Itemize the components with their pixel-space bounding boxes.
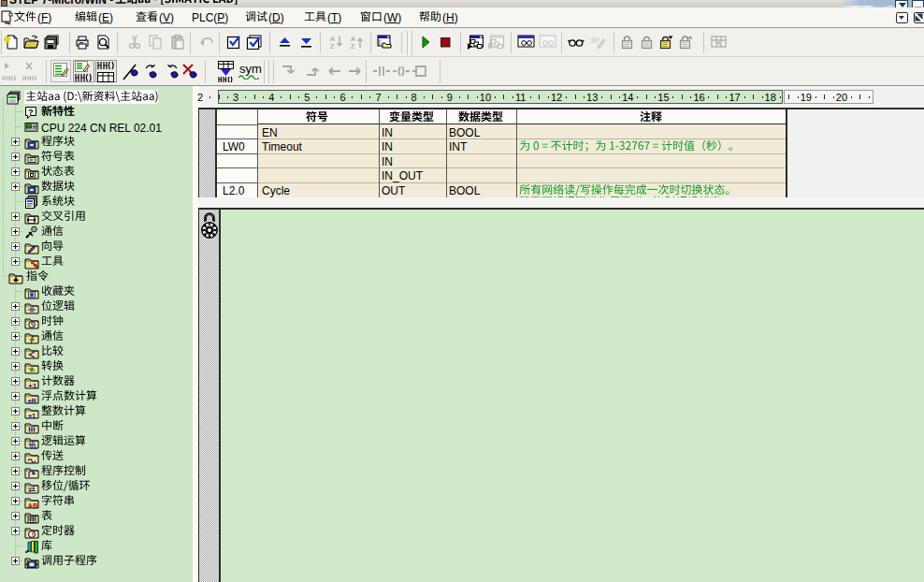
svg-text:AB: AB: [28, 501, 38, 509]
svg-text:A: A: [330, 36, 335, 42]
svg-text:Z: Z: [351, 43, 355, 50]
svg-text:?: ?: [28, 107, 34, 116]
svg-text:A: A: [351, 36, 355, 42]
svg-text:±R: ±R: [28, 396, 37, 404]
svg-text:01: 01: [30, 443, 37, 449]
svg-text:+1: +1: [28, 381, 37, 389]
svg-text:±1: ±1: [28, 411, 36, 419]
svg-text:Z: Z: [330, 43, 335, 50]
